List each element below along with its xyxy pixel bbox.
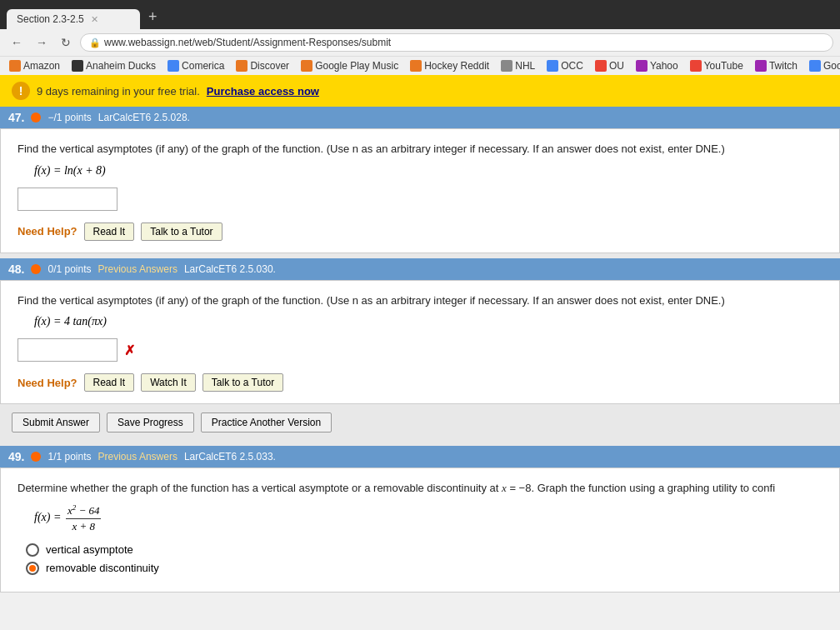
bookmark-comerica[interactable]: Comerica bbox=[165, 59, 227, 72]
question-48-header: 48. 0/1 points Previous Answers LarCalcE… bbox=[0, 258, 840, 280]
question-49: 49. 1/1 points Previous Answers LarCalcE… bbox=[0, 446, 840, 592]
bookmark-youtube-label: YouTube bbox=[704, 60, 743, 72]
question-48-help-row: Need Help? Read It Watch It Talk to a Tu… bbox=[18, 373, 822, 392]
question-49-body: Determine whether the graph of the funct… bbox=[0, 468, 840, 592]
question-49-text: Determine whether the graph of the funct… bbox=[18, 480, 822, 497]
question-47-help-row: Need Help? Read It Talk to a Tutor bbox=[18, 222, 822, 241]
bookmark-yahoo-label: Yahoo bbox=[650, 60, 678, 72]
bookmark-google-play-label: Google Play Music bbox=[315, 60, 398, 72]
bookmark-yahoo[interactable]: Yahoo bbox=[633, 59, 681, 72]
save-progress-button[interactable]: Save Progress bbox=[107, 412, 194, 432]
question-49-dot bbox=[31, 452, 41, 462]
trial-banner: ! 9 days remaining in your free trial. P… bbox=[0, 75, 840, 107]
question-48-function: f(x) = 4 tan(πx) bbox=[34, 315, 822, 328]
bookmark-twitch-label: Twitch bbox=[769, 60, 798, 72]
yahoo-favicon bbox=[636, 60, 648, 72]
occ-favicon bbox=[547, 60, 558, 72]
question-47-talk-tutor[interactable]: Talk to a Tutor bbox=[141, 222, 222, 241]
question-48-number: 48. bbox=[8, 262, 24, 276]
radio-inner-dot bbox=[29, 565, 36, 572]
bookmark-youtube[interactable]: YouTube bbox=[688, 59, 746, 72]
bookmark-hockey-reddit[interactable]: Hockey Reddit bbox=[408, 59, 492, 72]
browser-chrome: Section 2.3-2.5 ✕ + ← → ↻ 🔒 www.webassig… bbox=[0, 0, 840, 75]
bookmark-occ-label: OCC bbox=[561, 60, 583, 72]
youtube-favicon bbox=[690, 60, 702, 72]
trial-warning-icon: ! bbox=[12, 82, 30, 100]
question-48-prev-answers[interactable]: Previous Answers bbox=[98, 263, 178, 275]
question-48-input[interactable] bbox=[18, 338, 118, 362]
new-tab-button[interactable]: + bbox=[140, 5, 166, 29]
practice-another-button[interactable]: Practice Another Version bbox=[201, 412, 332, 432]
question-48-action-row: Submit Answer Save Progress Practice Ano… bbox=[0, 404, 840, 441]
radio-option-removable-discontinuity[interactable]: removable discontinuity bbox=[26, 562, 822, 575]
removable-discontinuity-label: removable discontinuity bbox=[46, 562, 159, 574]
question-47-read-it[interactable]: Read It bbox=[84, 222, 135, 241]
wrong-answer-icon: ✗ bbox=[124, 342, 135, 358]
question-49-number: 49. bbox=[8, 450, 24, 463]
bookmark-comerica-label: Comerica bbox=[182, 60, 224, 72]
discover-favicon bbox=[236, 60, 248, 72]
amazon-favicon bbox=[9, 60, 21, 72]
bookmark-twitch[interactable]: Twitch bbox=[752, 59, 800, 72]
refresh-button[interactable]: ↻ bbox=[57, 34, 75, 51]
bookmark-google-play[interactable]: Google Play Music bbox=[298, 59, 401, 72]
bookmark-hockey-reddit-label: Hockey Reddit bbox=[424, 60, 489, 72]
bookmark-discover[interactable]: Discover bbox=[233, 59, 292, 72]
back-button[interactable]: ← bbox=[7, 34, 27, 51]
active-tab[interactable]: Section 2.3-2.5 ✕ bbox=[7, 9, 140, 29]
question-47-body: Find the vertical asymptotes (if any) of… bbox=[0, 128, 840, 253]
vertical-asymptote-label: vertical asymptote bbox=[46, 543, 133, 556]
tab-title: Section 2.3-2.5 bbox=[17, 13, 84, 25]
trial-text: 9 days remaining in your free trial. bbox=[37, 85, 200, 98]
google-calendar-favicon bbox=[809, 60, 821, 72]
question-48-read-it[interactable]: Read It bbox=[84, 373, 135, 392]
question-48-talk-tutor[interactable]: Talk to a Tutor bbox=[202, 373, 283, 392]
radio-empty-icon bbox=[26, 543, 39, 557]
question-47-function: f(x) = ln(x + 8) bbox=[34, 164, 822, 178]
url-text: www.webassign.net/web/Student/Assignment… bbox=[104, 37, 391, 48]
question-48-body: Find the vertical asymptotes (if any) of… bbox=[0, 280, 840, 405]
hockey-reddit-favicon bbox=[410, 60, 422, 72]
question-47-ref: LarCalcET6 2.5.028. bbox=[98, 112, 190, 123]
question-48-watch-it[interactable]: Watch It bbox=[141, 373, 196, 392]
bookmark-nhl[interactable]: NHL bbox=[498, 59, 538, 72]
question-49-ref: LarCalcET6 2.5.033. bbox=[184, 451, 276, 462]
question-47: 47. −/1 points LarCalcET6 2.5.028. Find … bbox=[0, 107, 840, 253]
comerica-favicon bbox=[168, 60, 179, 72]
lock-icon: 🔒 bbox=[89, 38, 101, 48]
question-47-dot bbox=[31, 112, 41, 122]
bookmark-google-calendar[interactable]: Google Calendar bbox=[807, 59, 840, 72]
bookmark-ducks[interactable]: Anaheim Ducks bbox=[69, 59, 158, 72]
question-48-need-help: Need Help? bbox=[18, 377, 78, 389]
question-48: 48. 0/1 points Previous Answers LarCalcE… bbox=[0, 258, 840, 442]
question-47-number: 47. bbox=[8, 111, 24, 124]
bookmark-amazon-label: Amazon bbox=[23, 60, 60, 72]
address-bar-row: ← → ↻ 🔒 www.webassign.net/web/Student/As… bbox=[0, 29, 840, 56]
address-bar[interactable]: 🔒 www.webassign.net/web/Student/Assignme… bbox=[80, 33, 833, 52]
question-49-options: vertical asymptote removable discontinui… bbox=[26, 543, 822, 575]
twitch-favicon bbox=[755, 60, 767, 72]
bookmark-discover-label: Discover bbox=[250, 60, 289, 72]
question-48-dot bbox=[31, 264, 41, 274]
question-48-points: 0/1 points bbox=[48, 263, 91, 275]
radio-option-vertical-asymptote[interactable]: vertical asymptote bbox=[26, 543, 822, 557]
question-47-text: Find the vertical asymptotes (if any) of… bbox=[18, 141, 822, 158]
tab-close-button[interactable]: ✕ bbox=[91, 14, 98, 25]
forward-button[interactable]: → bbox=[32, 34, 52, 51]
bookmark-ou-label: OU bbox=[609, 60, 624, 72]
question-47-points: −/1 points bbox=[48, 112, 91, 123]
bookmark-ducks-label: Anaheim Ducks bbox=[86, 60, 156, 72]
submit-answer-button[interactable]: Submit Answer bbox=[12, 412, 100, 432]
bookmark-ou[interactable]: OU bbox=[592, 59, 627, 72]
question-48-answer-row: ✗ bbox=[18, 338, 822, 362]
question-47-input[interactable] bbox=[18, 188, 118, 211]
question-49-points: 1/1 points bbox=[48, 451, 91, 462]
bookmark-occ[interactable]: OCC bbox=[544, 59, 586, 72]
question-47-answer-row bbox=[18, 188, 822, 211]
purchase-link[interactable]: Purchase access now bbox=[207, 85, 319, 98]
question-49-function: f(x) = x2 − 64x + 8 bbox=[34, 503, 822, 533]
main-content: 47. −/1 points LarCalcET6 2.5.028. Find … bbox=[0, 107, 840, 592]
question-48-text: Find the vertical asymptotes (if any) of… bbox=[18, 292, 822, 309]
question-49-prev-answers[interactable]: Previous Answers bbox=[98, 451, 178, 462]
bookmark-amazon[interactable]: Amazon bbox=[7, 59, 62, 72]
